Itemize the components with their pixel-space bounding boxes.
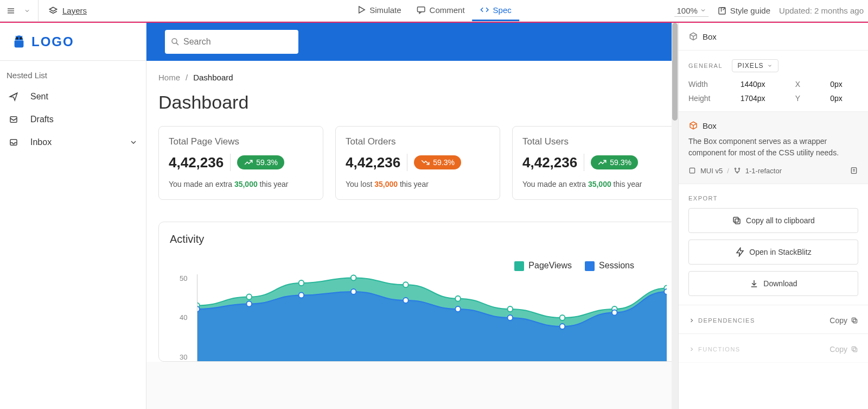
scrollbar-thumb[interactable] (672, 23, 678, 121)
sidebar-item-label: Drafts (30, 115, 54, 124)
svg-point-24 (560, 315, 565, 320)
stat-card-orders: Total Orders 4,42,236 59.3% You lost 35,… (335, 126, 500, 200)
updated-label: Updated: 2 months ago (779, 6, 864, 15)
trend-pill: 59.3% (237, 155, 284, 169)
svg-point-22 (455, 296, 461, 301)
sidebar-item-sent[interactable]: Sent (0, 85, 146, 108)
legend-swatch-b (585, 261, 595, 271)
trend-up-icon (244, 158, 253, 167)
svg-point-10 (20, 37, 21, 39)
stat-card-users: Total Users 4,42,236 59.3% You made an e… (512, 126, 677, 200)
svg-line-16 (176, 43, 178, 45)
copy-icon (732, 216, 742, 225)
copy-icon (851, 345, 858, 353)
bolt-icon (735, 247, 745, 257)
svg-point-32 (455, 306, 461, 312)
sidebar-item-label: Sent (30, 92, 48, 102)
svg-rect-50 (853, 319, 857, 323)
draft-icon (8, 115, 20, 124)
svg-point-21 (403, 282, 409, 287)
component-name: Box (703, 121, 717, 130)
chart-legend: PageViews Sessions (170, 261, 667, 271)
selection-name: Box (703, 32, 717, 41)
search-input[interactable] (165, 30, 298, 54)
svg-rect-46 (733, 217, 738, 222)
chevron-down-icon[interactable] (21, 4, 34, 17)
sidebar-item-drafts[interactable]: Drafts (0, 108, 146, 131)
svg-point-28 (246, 301, 252, 306)
svg-marker-4 (359, 7, 365, 13)
hamburger-icon[interactable] (4, 4, 17, 17)
svg-point-30 (351, 289, 356, 294)
svg-point-31 (403, 298, 409, 303)
svg-point-19 (299, 280, 304, 286)
svg-point-34 (560, 324, 565, 329)
svg-point-39 (735, 168, 736, 169)
chevron-right-icon[interactable] (688, 346, 695, 353)
svg-marker-12 (10, 93, 17, 100)
sidebar-item-label: Inbox (30, 137, 52, 147)
breadcrumb: Home / Dashboard (158, 73, 678, 82)
sidebar-item-inbox[interactable]: Inbox (0, 131, 146, 154)
canvas-scrollbar[interactable] (672, 23, 678, 409)
svg-point-36 (664, 289, 667, 294)
inbox-icon (8, 137, 20, 147)
download-icon (749, 279, 759, 288)
logo-text: LOGO (31, 34, 74, 49)
docs-icon[interactable] (850, 166, 858, 175)
library-icon (688, 167, 696, 174)
copy-all-button[interactable]: Copy all to clipboard (688, 208, 858, 233)
trend-up-icon (597, 158, 607, 167)
zoom-select[interactable]: 100% (674, 5, 708, 17)
svg-marker-3 (49, 7, 57, 11)
svg-point-9 (17, 37, 18, 39)
svg-point-29 (299, 292, 304, 298)
crumb-home[interactable]: Home (158, 73, 180, 82)
box-icon (688, 121, 698, 130)
svg-point-18 (246, 294, 252, 299)
tab-comment[interactable]: Comment (409, 0, 473, 21)
chevron-right-icon[interactable] (688, 317, 695, 324)
svg-rect-5 (418, 7, 425, 12)
svg-rect-13 (10, 117, 17, 123)
tab-spec[interactable]: Spec (473, 0, 519, 21)
svg-point-15 (172, 39, 177, 43)
svg-rect-45 (735, 219, 740, 224)
svg-rect-53 (852, 347, 856, 350)
trend-pill: 59.3% (414, 155, 461, 169)
svg-rect-52 (853, 348, 857, 352)
svg-point-41 (737, 172, 738, 173)
copy-icon (851, 317, 858, 324)
stat-card-page-views: Total Page Views 4,42,236 59.3% You made… (158, 126, 323, 200)
open-stackblitz-button[interactable]: Open in StackBlitz (688, 240, 858, 265)
page-title: Dashboard (158, 92, 678, 113)
activity-chart (197, 274, 667, 361)
svg-point-40 (738, 168, 739, 169)
send-icon (8, 92, 20, 102)
svg-point-35 (612, 310, 617, 315)
style-guide-link[interactable]: Style guide (717, 6, 770, 16)
trend-pill: 59.3% (591, 155, 638, 169)
crumb-current: Dashboard (193, 73, 233, 82)
layers-button[interactable]: Layers (48, 6, 87, 16)
legend-swatch-a (514, 261, 524, 271)
copy-dependencies-button[interactable]: Copy (829, 316, 858, 325)
search-field[interactable] (183, 37, 293, 47)
unit-select[interactable]: PIXELS (732, 59, 778, 72)
activity-panel: Activity PageViews Sessions 50 40 30 (158, 222, 678, 362)
download-button[interactable]: Download (688, 271, 858, 296)
branch-icon (733, 167, 741, 174)
svg-rect-51 (852, 318, 856, 322)
component-description: The Box component serves as a wrapper co… (688, 136, 858, 159)
chart-y-axis: 50 40 30 (180, 274, 187, 361)
search-icon (170, 37, 180, 47)
layers-label: Layers (62, 6, 87, 15)
svg-marker-47 (737, 248, 743, 256)
box-icon (688, 32, 698, 41)
nav-section-header: Nested List (0, 61, 146, 85)
chevron-down-icon (127, 138, 139, 147)
svg-point-23 (508, 306, 513, 312)
tab-simulate[interactable]: Simulate (349, 0, 409, 21)
copy-functions-button[interactable]: Copy (829, 345, 858, 354)
svg-point-33 (508, 315, 513, 320)
